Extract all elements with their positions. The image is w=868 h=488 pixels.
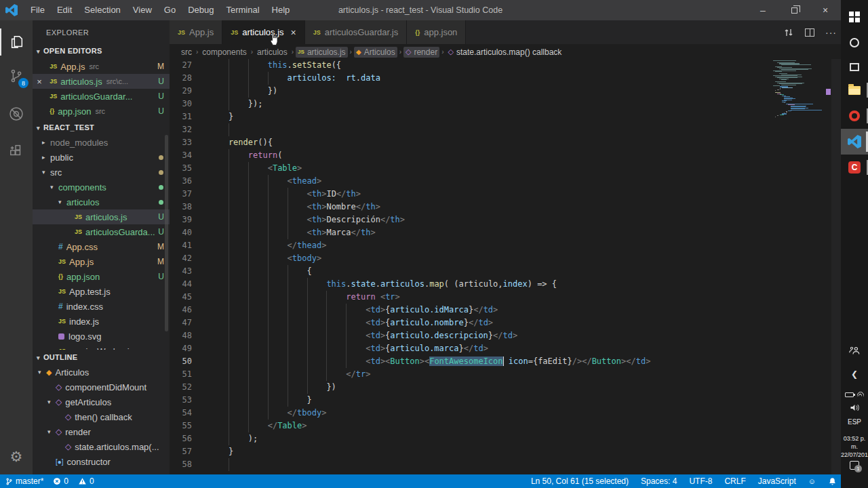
restore-button[interactable]	[778, 0, 810, 20]
tree-item-public[interactable]: ▸public	[33, 150, 170, 165]
battery-wifi-tray[interactable]	[841, 388, 868, 400]
breadcrumb-item[interactable]: components	[200, 47, 248, 58]
open-editor-item[interactable]: × JSarticulos.jssrc\c...U	[33, 74, 170, 89]
tree-item-components[interactable]: ▾components	[33, 180, 170, 195]
close-editor-icon[interactable]: ×	[34, 77, 45, 87]
menu-edit[interactable]: Edit	[51, 0, 78, 20]
outline-item-Articulos[interactable]: ▾◆Articulos	[33, 365, 170, 380]
status-item[interactable]: UTF-8	[689, 476, 712, 486]
sync-changes-icon[interactable]	[783, 27, 794, 38]
tree-item-articulosGuarda[interactable]: JSarticulosGuarda...U	[33, 224, 170, 239]
outline-item-getArticulos[interactable]: ▾◇getArticulos	[33, 394, 170, 409]
explorer-title: EXPLORER	[46, 28, 89, 37]
menu-view[interactable]: View	[127, 0, 158, 20]
indent-guide	[268, 355, 269, 368]
notifications-bell-icon[interactable]	[828, 477, 837, 486]
task-view-button[interactable]	[841, 54, 868, 80]
tab-articulosGuardar.js[interactable]: JSarticulosGuardar.js	[305, 20, 407, 44]
minimize-button[interactable]: –	[747, 0, 778, 20]
open-editor-item[interactable]: JSarticulosGuardar...U	[33, 89, 170, 104]
status-item[interactable]: Spaces: 4	[641, 476, 677, 486]
tree-item-src[interactable]: ▾src	[33, 165, 170, 180]
breadcrumb-item[interactable]: ◇state.articulos.map() callback	[446, 47, 564, 58]
tree-item-Appcss[interactable]: #App.cssM	[33, 239, 170, 254]
hidden-icons-chevron[interactable]: ❮	[841, 369, 868, 379]
split-editor-icon[interactable]	[805, 28, 814, 37]
menu-debug[interactable]: Debug	[182, 0, 220, 20]
outline-item-thencallback[interactable]: ◇then() callback	[33, 409, 170, 424]
ctor-symbol-icon: [●]	[56, 458, 64, 466]
close-tab-icon[interactable]: ×	[291, 27, 296, 38]
breadcrumb-item[interactable]: ◆Articulos	[354, 47, 397, 58]
more-actions-icon[interactable]: ···	[825, 27, 837, 38]
action-center-button[interactable]: 1	[841, 461, 868, 470]
settings-gear-icon[interactable]: ⚙	[0, 449, 33, 465]
token: >	[493, 305, 498, 314]
outline-item-render[interactable]: ▾◇render	[33, 424, 170, 439]
explorer-icon[interactable]	[0, 28, 33, 56]
open-editor-item[interactable]: {}app.jsonsrcU	[33, 104, 170, 119]
token: this	[326, 279, 346, 289]
vscode-taskbar-button[interactable]	[841, 129, 868, 155]
line-number: 32	[173, 123, 192, 136]
cortana-button[interactable]	[841, 30, 868, 56]
status-item[interactable]: CRLF	[724, 476, 745, 486]
git-branch-indicator[interactable]: master*	[5, 476, 43, 486]
debug-icon[interactable]	[0, 100, 33, 127]
status-item[interactable]: JavaScript	[758, 476, 796, 486]
breadcrumb-item[interactable]: ◇render	[403, 47, 439, 58]
file-explorer-button[interactable]	[841, 77, 868, 103]
indent-guide	[288, 278, 288, 291]
people-tray-icon[interactable]	[841, 346, 868, 358]
code-editor[interactable]: 27this.setState({28articulos: rt.data29}…	[170, 59, 841, 474]
camtasia-button[interactable]: C	[841, 155, 868, 180]
indent-guide	[288, 188, 288, 201]
open-editors-header[interactable]: ▾OPEN EDITORS	[33, 43, 170, 58]
breadcrumb-separator-icon: ›	[251, 48, 253, 56]
open-editor-item[interactable]: JSApp.jssrcM	[33, 59, 170, 74]
tree-item-logosvg[interactable]: logo.svg	[33, 329, 170, 344]
token: td	[503, 331, 513, 340]
menu-terminal[interactable]: Terminal	[220, 0, 265, 20]
file-type-icon: JS	[313, 29, 321, 36]
outline-item-componentDidMount[interactable]: ◇componentDidMount	[33, 380, 170, 394]
code-line-46: 46<td>{articulo.idMarca}</td>	[170, 304, 841, 317]
outline-item-statearticulosmap[interactable]: ◇state.articulos.map(...	[33, 439, 170, 454]
extensions-icon[interactable]	[0, 137, 33, 164]
sidebar-scrollbar[interactable]	[165, 135, 168, 331]
warnings-indicator[interactable]: 0	[78, 476, 94, 486]
indent-guide	[268, 394, 269, 407]
tab-app.json[interactable]: {}app.json	[407, 20, 466, 44]
breadcrumb-item[interactable]: src	[179, 47, 194, 58]
tree-item-indexjs[interactable]: JSindex.js	[33, 314, 170, 329]
menu-file[interactable]: File	[24, 0, 51, 20]
tree-item-articulos[interactable]: ▾articulos	[33, 195, 170, 209]
outline-item-constructor[interactable]: [●]constructor	[33, 454, 170, 469]
clock[interactable]: 03:52 p. m. 22/07/2019	[841, 434, 868, 459]
project-header[interactable]: ▾REACT_TEST	[33, 120, 170, 135]
tree-item-Apptestjs[interactable]: JSApp.test.js	[33, 284, 170, 299]
status-item[interactable]: Ln 50, Col 61 (15 selected)	[531, 476, 629, 486]
tree-item-Appjs[interactable]: JSApp.jsM	[33, 254, 170, 269]
start-button[interactable]	[841, 4, 868, 30]
language-indicator[interactable]: ESP	[841, 418, 868, 426]
tree-item-nodemodules[interactable]: ▸node_modules	[33, 135, 170, 150]
tree-item-appjson[interactable]: {}app.jsonU	[33, 269, 170, 284]
breadcrumb-item[interactable]: JSarticulos.js	[296, 47, 347, 58]
indent-guide	[248, 239, 249, 252]
indent-guide	[229, 175, 229, 188]
tab-articulos.js[interactable]: JSarticulos.js×	[222, 20, 305, 44]
close-button[interactable]: ×	[810, 0, 841, 20]
opera-button[interactable]	[841, 103, 868, 129]
menu-selection[interactable]: Selection	[78, 0, 126, 20]
breadcrumb-item[interactable]: articulos	[255, 47, 290, 58]
outline-header[interactable]: ▾OUTLINE	[33, 350, 170, 365]
source-control-icon[interactable]: 8	[0, 62, 33, 89]
volume-tray-icon[interactable]	[841, 403, 868, 415]
menu-go[interactable]: Go	[158, 0, 182, 20]
feedback-smiley-icon[interactable]: ☺	[808, 477, 816, 485]
tree-item-articulosjs[interactable]: JSarticulos.jsU	[33, 209, 170, 224]
errors-indicator[interactable]: 0	[53, 476, 68, 486]
tab-App.js[interactable]: JSApp.js	[170, 20, 222, 44]
tree-item-indexcss[interactable]: #index.css	[33, 299, 170, 314]
